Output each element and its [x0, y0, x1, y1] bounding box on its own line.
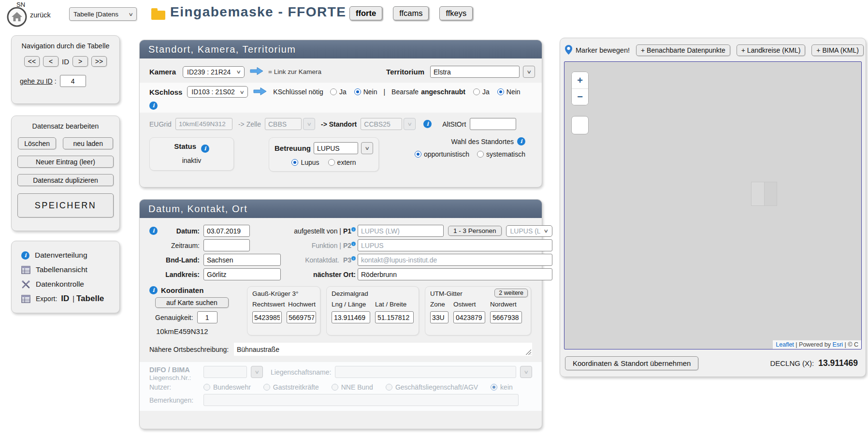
utm-zone-input[interactable] [430, 311, 448, 323]
rechtswert-input[interactable] [252, 311, 282, 323]
p1-tag: P1 [343, 227, 351, 235]
bearsafe-ja-label: Ja [482, 88, 490, 96]
map-canvas[interactable]: + − Leaflet | Powered by Esri | © C [564, 61, 862, 349]
map-layer-button[interactable] [571, 116, 589, 134]
link-datenkontrolle[interactable]: Datenkontrolle [21, 277, 119, 291]
export-table-link[interactable]: Tabelle [76, 294, 104, 304]
betreuung-lupus-radio[interactable] [291, 159, 298, 166]
eugrid-label: EUGrid [149, 120, 172, 128]
chevron-down-icon: ∨ [407, 121, 412, 127]
bearsafe-nein-radio[interactable] [497, 88, 504, 95]
save-button[interactable]: SPEICHERN [17, 193, 114, 218]
p2-label: Funktion | P2i [290, 242, 356, 249]
esri-link[interactable]: Esri [833, 341, 843, 348]
p1-label: aufgestellt von | P1i [290, 227, 356, 235]
ort-input[interactable] [358, 268, 552, 280]
p2-tag: P2 [343, 242, 351, 249]
territorium-dropdown-button[interactable]: ∨ [523, 66, 535, 78]
genauigkeit-input[interactable] [197, 311, 217, 323]
link-datenverteilung[interactable]: i Datenverteilung [21, 248, 119, 262]
bearsafe-ja-radio[interactable] [473, 88, 480, 95]
territorium-input[interactable] [430, 66, 520, 78]
map-tile-placeholder [751, 182, 777, 206]
reload-button[interactable]: neu laden [63, 137, 113, 149]
apply-coordinates-button[interactable]: Koordinaten & Standort übernehmen [565, 356, 698, 370]
p1-info-icon[interactable]: i [351, 227, 356, 232]
wahl-info-icon[interactable]: i [517, 137, 525, 145]
ortsbeschreibung-textarea[interactable]: Bühnaustraße [234, 343, 532, 356]
dezimalgrad-box: Dezimalgrad Lng / Länge Lat / Breite [326, 286, 419, 335]
link-to-camera-arrow-icon[interactable] [249, 67, 264, 77]
first-record-button[interactable]: << [24, 56, 40, 67]
difo-label: DIFO / BIMA [149, 366, 203, 374]
landkreis-input[interactable] [203, 268, 281, 280]
kamera-select[interactable]: ID239 : 21R24 ∨ [183, 66, 245, 78]
datum-input[interactable] [203, 225, 250, 237]
koordinaten-info-icon[interactable]: i [149, 286, 158, 294]
link-tabellenansicht[interactable]: Tabellenansicht [21, 262, 119, 277]
p3-input[interactable] [358, 254, 552, 266]
lng-input[interactable] [332, 311, 370, 323]
lat-input[interactable] [375, 311, 414, 323]
home-icon[interactable] [7, 7, 27, 27]
attr-powered: Powered by [799, 341, 831, 348]
delete-button[interactable]: Löschen [18, 137, 56, 149]
zoom-out-button[interactable]: − [572, 88, 588, 105]
betreuung-dropdown-button[interactable]: ∨ [361, 142, 373, 154]
p3-info-icon[interactable]: i [351, 256, 356, 261]
kschluessel-nein-radio[interactable] [354, 88, 361, 95]
hochwert-input[interactable] [287, 311, 316, 323]
search-on-map-button[interactable]: auf Karte suchen [155, 297, 229, 308]
utm-ostwert-input[interactable] [453, 311, 485, 323]
p1-select[interactable]: LUPUS (LW ∨ [506, 225, 552, 237]
status-info-icon[interactable]: i [201, 145, 209, 153]
standort-info-icon[interactable]: i [423, 120, 432, 128]
tab-fforte[interactable]: fforte [349, 6, 382, 20]
betreuung-extern-radio[interactable] [328, 159, 335, 166]
chevron-down-icon: ∨ [523, 369, 529, 375]
betreuung-extern-label: extern [337, 159, 356, 166]
duplicate-record-button[interactable]: Datensatz duplizieren [17, 174, 114, 186]
p2-input[interactable] [358, 239, 552, 251]
nutzer-nne-bund-radio [332, 384, 338, 391]
wahl-systematisch-radio[interactable] [477, 151, 484, 158]
utm-nordwert-input[interactable] [490, 311, 522, 323]
goto-id-link[interactable]: gehe zu ID [20, 77, 53, 85]
altstort-input[interactable] [470, 118, 516, 130]
p1-input[interactable] [358, 225, 444, 237]
datum-info-icon[interactable]: i [149, 227, 158, 235]
wahl-opportunistisch-radio[interactable] [415, 151, 421, 158]
more-coords-button[interactable]: 2 weitere [494, 289, 528, 297]
resize-handle[interactable] [525, 349, 531, 355]
back-link[interactable]: zurück [30, 11, 51, 19]
new-entry-button[interactable]: Neuer Eintrag (leer) [17, 156, 114, 168]
kschloss-select[interactable]: ID103 : 21S02 ∨ [187, 86, 248, 98]
table-icon [21, 265, 30, 275]
zeitraum-input[interactable] [203, 239, 250, 251]
dg-title: Dezimalgrad [332, 290, 414, 297]
tab-ffcams[interactable]: ffcams [393, 6, 429, 20]
export-id-link[interactable]: ID [61, 294, 69, 304]
map-zoom-control: + − [571, 72, 589, 105]
link-to-kschloss-arrow-icon[interactable] [253, 87, 267, 97]
prev-record-button[interactable]: < [43, 56, 58, 67]
leaflet-link[interactable]: Leaflet [776, 341, 794, 348]
betreuung-input[interactable] [314, 142, 358, 154]
zoom-in-button[interactable]: + [572, 72, 588, 88]
last-record-button[interactable]: >> [91, 56, 107, 67]
landkreise-kml-button[interactable]: + Landkreise (KML) [737, 44, 806, 56]
bndland-input[interactable] [203, 254, 281, 266]
nearby-datapoints-button[interactable]: + Benachbarte Datenpunkte [636, 44, 730, 56]
table-select[interactable]: Tabelle [Datens ∨ [69, 7, 137, 21]
kschluessel-ja-radio[interactable] [330, 88, 337, 95]
kschloss-info-icon[interactable]: i [149, 102, 158, 110]
goto-id-input[interactable] [60, 75, 86, 87]
next-record-button[interactable]: > [72, 56, 88, 67]
page: SN zurück Tabelle [Datens ∨ Eingabemaske… [0, 0, 868, 436]
genauigkeit-label: Genauigkeit: [155, 314, 193, 321]
tab-ffkeys[interactable]: ffkeys [439, 6, 473, 20]
personen-button[interactable]: 1 - 3 Personen [448, 226, 502, 236]
bima-kml-button[interactable]: + BIMA (KML) [811, 44, 864, 56]
wahl-label: Wahl des Standortes [451, 138, 514, 145]
p2-info-icon[interactable]: i [351, 242, 356, 246]
